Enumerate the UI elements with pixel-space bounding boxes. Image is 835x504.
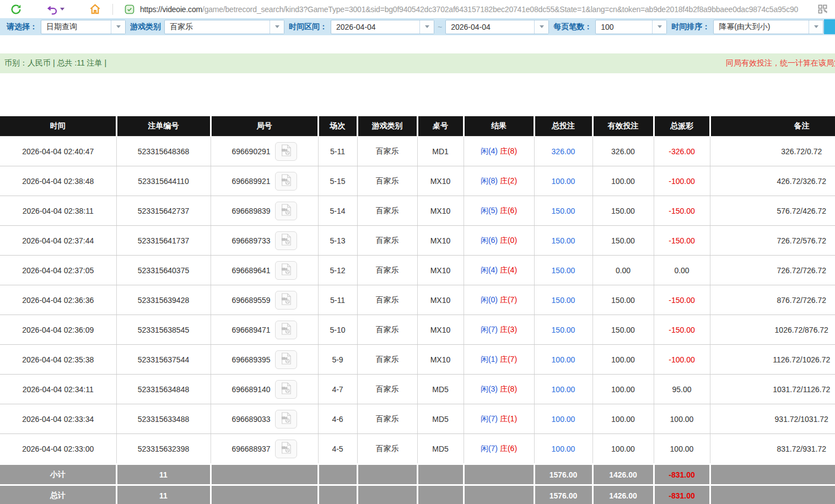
cell-payout: -150.00 [654, 196, 710, 226]
player-result: 闲(4) [481, 265, 498, 274]
table-row: 2026-04-04 02:37:05523315640375696689641… [0, 256, 835, 285]
total-bet-link[interactable]: 100.00 [552, 415, 575, 424]
total-bet-link[interactable]: 150.00 [552, 296, 575, 305]
cell-round-id: 696689559 [211, 285, 318, 315]
round-number: 696689839 [231, 207, 270, 215]
cell-time: 2026-04-04 02:38:11 [0, 196, 116, 226]
total-bet-link[interactable]: 326.00 [552, 147, 575, 156]
video-replay-button[interactable] [275, 142, 297, 161]
table-row: 2026-04-04 02:36:36523315639428696689559… [0, 285, 835, 315]
bet-records-table-wrap: 时间 注单编号 局号 场次 游戏类别 桌号 结果 总投注 有效投注 总派彩 备注… [0, 116, 835, 504]
cell-remark: 876.72/726.72 [710, 285, 835, 315]
cell-time: 2026-04-04 02:35:38 [0, 345, 116, 375]
summary-empty [710, 464, 835, 485]
summary-empty [211, 485, 318, 504]
undo-icon[interactable] [46, 3, 64, 15]
game-type-dropdown[interactable]: 百家乐 [164, 20, 284, 34]
currency-summary-text: 币别：人民币 | 总共 :11 注单 | [4, 58, 106, 68]
col-header-valid-bet: 有效投注 [592, 116, 654, 137]
cell-payout: 100.00 [654, 404, 710, 434]
game-type-value: 百家乐 [165, 22, 270, 32]
date-from-picker[interactable]: 2026-04-04 [331, 20, 434, 34]
cell-remark: 931.72/1031.72 [710, 404, 835, 434]
col-header-bet-id: 注单编号 [116, 116, 211, 137]
table-row: 2026-04-04 02:33:34523315633488696689033… [0, 404, 835, 434]
cell-result: 闲(7) 庄(1) [464, 404, 534, 434]
summary-label: 小计 [0, 464, 116, 485]
chevron-down-icon[interactable] [534, 20, 548, 34]
page-size-label: 每页笔数： [553, 22, 592, 32]
total-bet-link[interactable]: 150.00 [552, 266, 575, 275]
cell-time: 2026-04-04 02:36:36 [0, 285, 116, 315]
address-bar[interactable]: https://videoie.com/game/betrecord_searc… [140, 5, 818, 14]
cell-remark: 1026.72/876.72 [710, 315, 835, 345]
banker-result: 庄(0) [500, 236, 517, 245]
refresh-icon[interactable] [10, 3, 22, 15]
undo-menu-caret-icon[interactable] [60, 8, 64, 10]
banker-result: 庄(8) [500, 384, 517, 393]
select-type-label: 请选择： [7, 22, 37, 32]
sort-order-dropdown[interactable]: 降幂(由大到小) [713, 20, 823, 34]
round-number: 696689733 [231, 236, 270, 245]
cell-session: 5-9 [318, 345, 357, 375]
cell-round-id: 696689140 [211, 375, 318, 404]
video-replay-button[interactable] [275, 321, 297, 339]
cell-valid-bet: 326.00 [592, 137, 654, 166]
video-file-icon [281, 204, 292, 218]
cell-valid-bet: 100.00 [592, 404, 654, 434]
cell-remark: 1031.72/1126.72 [710, 375, 835, 404]
total-bet-link[interactable]: 150.00 [552, 326, 575, 334]
col-header-session: 场次 [318, 116, 357, 137]
table-row: 2026-04-04 02:37:44523315641737696689733… [0, 226, 835, 256]
cell-game-type: 百家乐 [357, 256, 417, 285]
home-icon[interactable] [89, 3, 101, 15]
chevron-down-icon[interactable] [270, 20, 284, 34]
video-file-icon [281, 174, 292, 188]
video-replay-button[interactable] [275, 202, 297, 220]
total-bet-link[interactable]: 100.00 [552, 445, 575, 453]
video-replay-button[interactable] [275, 231, 297, 250]
video-replay-button[interactable] [275, 350, 297, 369]
date-to-picker[interactable]: 2026-04-04 [445, 20, 549, 34]
banker-result: 庄(6) [500, 206, 517, 215]
video-replay-button[interactable] [275, 172, 297, 191]
cell-bet-id: 523315638545 [116, 315, 211, 345]
cell-result: 闲(5) 庄(6) [464, 196, 534, 226]
qr-code-icon[interactable] [818, 4, 827, 14]
cell-session: 5-12 [318, 256, 357, 285]
page-size-dropdown[interactable]: 100 [595, 20, 667, 34]
search-button[interactable]: 查询 [824, 19, 835, 34]
video-replay-button[interactable] [275, 380, 297, 399]
select-type-dropdown[interactable]: 日期查询 [41, 20, 126, 34]
sort-order-value: 降幂(由大到小) [714, 22, 809, 32]
chevron-down-icon[interactable] [652, 20, 666, 34]
cell-table-no: MX10 [417, 166, 464, 196]
select-type-value: 日期查询 [41, 22, 111, 32]
total-bet-link[interactable]: 150.00 [552, 236, 575, 245]
video-replay-button[interactable] [275, 261, 297, 280]
cell-time: 2026-04-04 02:37:44 [0, 226, 116, 256]
video-replay-button[interactable] [275, 291, 297, 310]
total-bet-link[interactable]: 100.00 [552, 355, 575, 364]
chevron-down-icon[interactable] [419, 20, 434, 34]
total-bet-link[interactable]: 150.00 [552, 207, 575, 215]
security-shield-icon[interactable] [124, 4, 135, 15]
cell-payout: 100.00 [654, 434, 710, 464]
chevron-down-icon[interactable] [111, 20, 125, 34]
chevron-down-icon[interactable] [809, 20, 823, 34]
cell-result: 闲(1) 庄(7) [464, 345, 534, 375]
total-bet-link[interactable]: 100.00 [552, 177, 575, 186]
table-header-row: 时间 注单编号 局号 场次 游戏类别 桌号 结果 总投注 有效投注 总派彩 备注 [0, 116, 835, 137]
table-row: 2026-04-04 02:38:48523315644110696689921… [0, 166, 835, 196]
video-file-icon [281, 353, 292, 366]
total-bet-link[interactable]: 100.00 [552, 385, 575, 394]
cell-bet-id: 523315633488 [116, 404, 211, 434]
page-size-value: 100 [596, 23, 652, 31]
cell-game-type: 百家乐 [357, 285, 417, 315]
round-number: 696689641 [231, 266, 270, 275]
cell-round-id: 696689839 [211, 196, 318, 226]
video-replay-button[interactable] [275, 410, 297, 429]
video-replay-button[interactable] [275, 440, 297, 458]
player-result: 闲(1) [481, 355, 498, 364]
player-result: 闲(8) [481, 176, 498, 185]
